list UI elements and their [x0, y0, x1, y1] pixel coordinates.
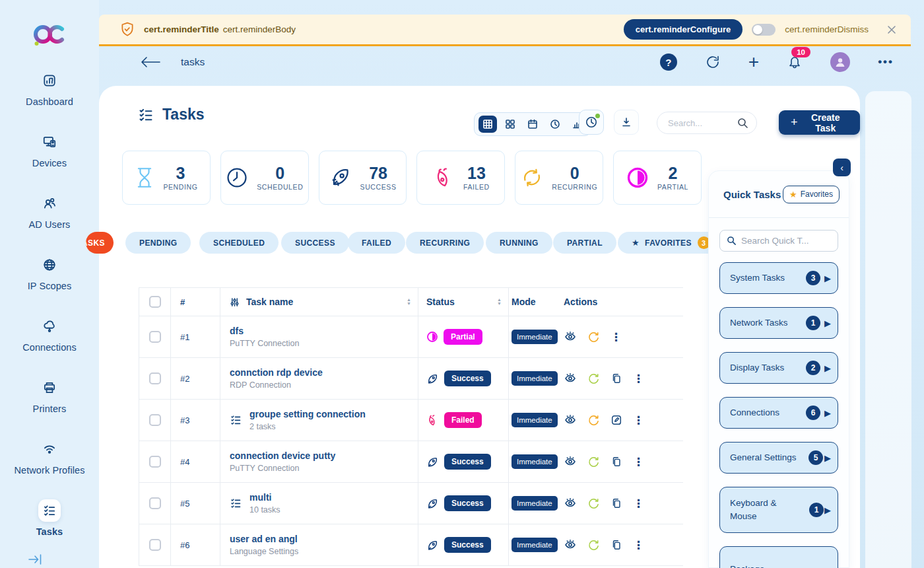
row-checkbox[interactable] — [149, 497, 161, 509]
filter-chip-partial[interactable]: PARTIAL — [553, 232, 616, 254]
rerun-icon[interactable] — [587, 539, 600, 551]
add-icon[interactable]: + — [748, 54, 759, 70]
copy-icon[interactable] — [610, 497, 622, 509]
view-eye-icon[interactable] — [564, 413, 577, 427]
edit-icon[interactable] — [610, 414, 622, 426]
stat-scheduled[interactable]: 0 SCHEDULED — [220, 151, 309, 205]
row-checkbox[interactable] — [149, 373, 161, 384]
view-eye-icon[interactable] — [564, 455, 577, 468]
row-checkbox[interactable] — [149, 456, 161, 468]
task-name-link[interactable]: connection device putty — [230, 450, 335, 461]
filter-chip-recurring[interactable]: RECURRING — [406, 232, 484, 254]
sort-task-name[interactable]: ▲▼ — [407, 298, 411, 306]
view-eye-icon[interactable] — [564, 497, 577, 510]
quick-task-group-package[interactable]: Package 1▶ — [719, 546, 838, 568]
rerun-icon[interactable] — [587, 331, 600, 343]
grid-view-button[interactable] — [501, 116, 519, 133]
sidebar-item-connections[interactable]: Connections — [22, 315, 77, 359]
quick-task-group-display[interactable]: Display Tasks 2▶ — [719, 352, 838, 384]
sidebar-item-network-profiles[interactable]: Network Profiles — [14, 438, 84, 481]
rerun-icon[interactable] — [587, 414, 600, 427]
sidebar-item-printers[interactable]: Printers — [33, 376, 67, 420]
help-icon[interactable]: ? — [660, 53, 677, 71]
copy-icon[interactable] — [610, 373, 622, 384]
filter-chip-success[interactable]: SUCCESS — [281, 232, 349, 254]
back-arrow-icon[interactable] — [140, 56, 161, 68]
sidebar-item-ad-users[interactable]: AD Users — [29, 192, 71, 236]
favorites-button[interactable]: ★ Favorites — [783, 186, 840, 203]
filter-chip-failed[interactable]: FAILED — [348, 232, 405, 254]
row-menu-icon[interactable]: ⋮ — [633, 498, 644, 509]
row-menu-icon[interactable]: ⋮ — [610, 332, 622, 343]
view-eye-icon[interactable] — [564, 538, 577, 551]
clock-view-button[interactable] — [546, 116, 564, 133]
close-icon[interactable] — [887, 25, 896, 34]
quick-task-group-general-settings[interactable]: General Settings 5▶ — [719, 442, 838, 474]
table-view-button[interactable] — [478, 116, 497, 133]
stat-partial[interactable]: 2 PARTIAL — [613, 151, 702, 205]
history-clock-button[interactable] — [579, 110, 604, 135]
stat-success[interactable]: 78 SUCCESS — [319, 151, 407, 205]
rerun-icon[interactable] — [587, 373, 600, 385]
copy-icon[interactable] — [610, 539, 622, 551]
row-menu-icon[interactable]: ⋮ — [633, 456, 644, 468]
row-menu-icon[interactable]: ⋮ — [633, 373, 644, 384]
create-task-button[interactable]: + Create Task — [779, 110, 860, 135]
cert-dismiss-link[interactable]: cert.reminderDismiss — [785, 24, 869, 34]
notification-count-badge: 10 — [791, 47, 810, 57]
filter-chip-scheduled[interactable]: SCHEDULED — [199, 232, 279, 254]
export-download-icon[interactable] — [614, 110, 639, 135]
filter-sliders-icon[interactable] — [230, 297, 240, 307]
stat-recurring[interactable]: 0 RECURRING — [515, 151, 603, 205]
expand-play-icon[interactable]: ▶ — [824, 363, 831, 373]
task-name-link[interactable]: groupe setting connection — [249, 409, 366, 419]
stat-failed[interactable]: 13 FAILED — [416, 151, 505, 205]
expand-play-icon[interactable]: ▶ — [824, 273, 831, 283]
calendar-view-button[interactable] — [523, 116, 542, 133]
sidebar-item-ip-scopes[interactable]: IP Scopes — [28, 254, 72, 297]
cert-reminder-toggle[interactable] — [752, 24, 776, 36]
more-options-icon[interactable]: ••• — [878, 55, 894, 69]
rerun-icon[interactable] — [587, 497, 600, 510]
collapse-panel-button[interactable]: ‹ — [833, 159, 851, 176]
task-name-link[interactable]: dfs — [230, 326, 299, 336]
refresh-icon[interactable] — [705, 54, 721, 70]
stat-pending[interactable]: 3 PENDING — [122, 151, 211, 205]
select-all-checkbox[interactable] — [149, 296, 161, 308]
search-icon[interactable] — [737, 118, 748, 129]
sidebar-item-dashboard[interactable]: Dashboard — [26, 69, 73, 113]
filter-chip-pending[interactable]: PENDING — [125, 232, 191, 254]
stat-label: PENDING — [163, 183, 197, 191]
sort-status[interactable]: ▲▼ — [497, 298, 502, 306]
row-menu-icon[interactable]: ⋮ — [633, 415, 644, 426]
sidebar-item-devices[interactable]: Devices — [32, 131, 67, 174]
row-menu-icon[interactable]: ⋮ — [633, 540, 644, 551]
task-name-link[interactable]: multi — [249, 492, 280, 503]
expand-play-icon[interactable]: ▶ — [824, 453, 831, 463]
user-avatar[interactable] — [830, 52, 850, 72]
row-checkbox[interactable] — [149, 539, 161, 551]
cert-configure-button[interactable]: cert.reminderConfigure — [624, 19, 742, 40]
filter-chip-running[interactable]: RUNNING — [486, 232, 552, 254]
expand-play-icon[interactable]: ▶ — [824, 408, 831, 418]
task-name-link[interactable]: user ad en angl — [230, 534, 298, 544]
quick-task-group-keyboard-mouse[interactable]: Keyboard & Mouse 1▶ — [719, 487, 838, 533]
notifications-bell-icon[interactable]: 10 — [787, 54, 803, 70]
rerun-icon[interactable] — [587, 456, 600, 468]
quick-tasks-search-input[interactable] — [741, 236, 831, 246]
filter-chip-all-tasks[interactable]: ALL TASKS — [86, 232, 114, 254]
copy-icon[interactable] — [610, 456, 622, 468]
expand-play-icon[interactable]: ▶ — [824, 505, 831, 515]
sidebar-item-tasks[interactable]: Tasks — [36, 499, 63, 543]
view-eye-icon[interactable] — [564, 330, 577, 343]
row-checkbox[interactable] — [149, 414, 161, 426]
tasks-search-input[interactable] — [668, 118, 737, 128]
view-eye-icon[interactable] — [564, 372, 577, 385]
task-name-link[interactable]: connction rdp device — [230, 367, 323, 378]
expand-play-icon[interactable]: ▶ — [824, 318, 831, 328]
row-checkbox[interactable] — [149, 331, 161, 343]
quick-task-group-system[interactable]: System Tasks 3▶ — [719, 262, 838, 294]
quick-task-group-network[interactable]: Network Tasks 1▶ — [719, 307, 838, 339]
sidebar-expand-button[interactable] — [28, 553, 44, 565]
quick-task-group-connections[interactable]: Connections 6▶ — [719, 397, 838, 429]
